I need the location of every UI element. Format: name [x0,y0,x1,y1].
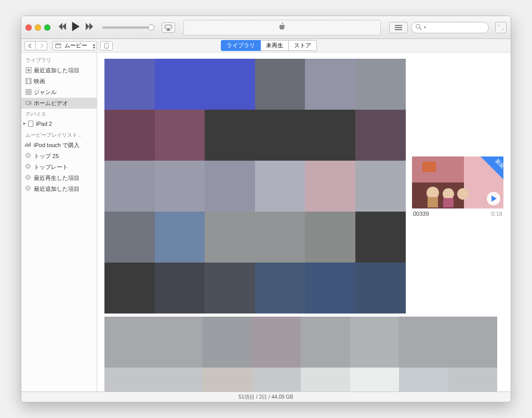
sidebar-device-label: iPad 2 [36,121,52,127]
svg-rect-27 [29,89,31,92]
sidebar-item-label: ホームビデオ [34,100,68,106]
mosaic-cell [305,263,355,314]
playlist-icon [25,142,31,147]
device-select-button[interactable] [100,41,113,50]
next-track-button[interactable] [86,23,93,32]
mosaic-cell [155,263,205,314]
mosaic-cell [205,59,255,110]
video-thumbnail-mosaic-1[interactable] [104,59,406,314]
mosaic-cell [104,212,155,263]
sidebar-item-label: 映画 [34,78,45,84]
forward-button[interactable] [36,41,47,50]
mosaic-cell [255,212,305,263]
previous-track-button[interactable] [59,23,66,32]
genres-icon [25,88,32,95]
mosaic-cell [350,368,400,391]
search-field[interactable]: ▾ [411,22,489,33]
sidebar-playlists-header[interactable]: ムービープレイリスト⌄ [21,128,97,140]
lcd-display [183,20,381,35]
window-controls [25,24,50,31]
apple-logo-icon [278,22,286,33]
mosaic-cell [155,110,205,161]
mosaic-cell [104,263,155,314]
ipad-icon [28,121,33,127]
sidebar-playlist-toprated[interactable]: トップレート [21,162,97,173]
content-area[interactable]: 新規 00339 0:18 [97,53,511,391]
sidebar-item-recently-added[interactable]: 最近追加した項目 [21,65,97,76]
list-view-button[interactable] [389,22,408,33]
mosaic-cell [104,110,155,161]
mosaic-cell [355,263,406,314]
sidebar-playlist-recently-added[interactable]: 最近追加した項目 [21,184,97,194]
mosaic-cell [104,161,155,212]
svg-marker-3 [86,23,89,30]
sidebar-playlist-label: iPod touch で購入 [34,142,79,148]
mosaic-cell [255,161,305,212]
status-text: 51項目 / 2日 / 44.09 GB [238,394,294,401]
sidebar-item-genres[interactable]: ジャンル [21,87,97,98]
movies-icon [25,77,32,84]
svg-rect-8 [395,27,402,28]
fullscreen-button[interactable] [495,22,507,33]
smart-playlist-icon [25,185,31,192]
svg-point-32 [26,154,30,157]
sidebar-item-movies[interactable]: 映画 [21,76,97,87]
tab-unplayed[interactable]: 未再生 [261,40,289,51]
mosaic-cell [203,368,252,391]
sidebar-playlist-purchased[interactable]: iPod touch で購入 [21,140,97,151]
view-tabs: ライブラリ 未再生 ストア [221,40,317,51]
media-type-selector[interactable]: ムービー ▴▾ [52,41,97,50]
history-buttons [24,41,47,50]
mosaic-cell [448,368,498,391]
chevron-down-icon: ⌄ [78,134,82,137]
svg-rect-28 [26,93,28,95]
tab-library[interactable]: ライブラリ [221,40,261,51]
mosaic-cell [301,368,350,391]
sidebar-playlist-label: 最近再生した項目 [34,175,79,181]
play-button[interactable] [71,22,81,33]
status-bar: 51項目 / 2日 / 44.09 GB [21,391,511,402]
mosaic-cell [448,317,498,368]
mosaic-cell [355,161,406,212]
video-title: 00339 [413,211,429,217]
svg-rect-47 [428,197,438,207]
svg-point-10 [416,24,420,28]
minimize-window-button[interactable] [35,24,41,31]
svg-line-11 [420,28,422,30]
svg-marker-4 [89,23,93,30]
close-window-button[interactable] [25,24,32,31]
sidebar-device-ipad[interactable]: iPad 2 [21,119,97,128]
video-thumbnail-mosaic-2[interactable] [104,317,497,391]
volume-slider[interactable] [102,27,154,29]
mosaic-cell [104,368,154,391]
svg-point-36 [26,176,30,179]
video-thumbnail[interactable]: 新規 [412,156,503,208]
chevron-updown-icon: ▴▾ [93,43,95,49]
sidebar-item-home-videos[interactable]: ホームビデオ [21,98,97,109]
sidebar-playlist-top25[interactable]: トップ 25 [21,151,97,162]
zoom-window-button[interactable] [44,24,50,31]
svg-rect-7 [395,25,402,26]
svg-marker-2 [72,22,79,31]
airplay-button[interactable] [162,22,175,33]
search-icon [416,23,422,32]
svg-marker-0 [59,23,62,30]
video-item-card[interactable]: 新規 00339 0:18 [412,156,503,219]
mosaic-cell [205,161,255,212]
mosaic-cell [399,317,448,368]
titlebar: ▾ [21,16,511,39]
svg-rect-5 [165,25,171,29]
mosaic-cell [154,317,203,368]
home-video-icon [25,99,32,106]
tab-store[interactable]: ストア [289,40,317,51]
sidebar-playlist-label: トップ 25 [34,153,59,159]
mosaic-cell [305,59,355,110]
sidebar-playlist-recently-played[interactable]: 最近再生した項目 [21,173,97,184]
svg-rect-29 [29,93,31,95]
sidebar-library-header: ライブラリ [21,55,97,65]
itunes-window: ▾ ムービー ▴▾ ライブラリ 未再生 ストア ライブラリ [21,16,511,402]
mosaic-cell [252,368,301,391]
svg-marker-1 [62,23,66,30]
play-overlay-button[interactable] [487,192,500,205]
back-button[interactable] [24,41,36,50]
